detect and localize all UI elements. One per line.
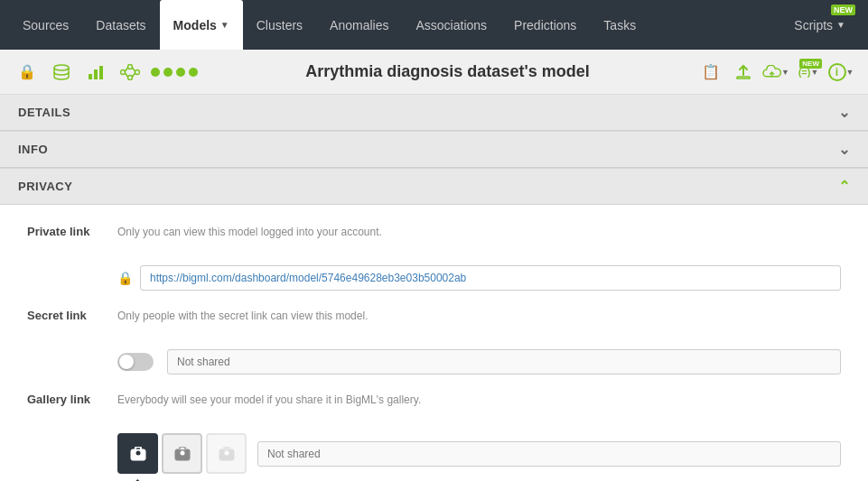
svg-point-19 bbox=[224, 450, 229, 455]
svg-point-0 bbox=[54, 65, 69, 70]
gray-box-button[interactable] bbox=[206, 433, 247, 474]
svg-point-5 bbox=[128, 64, 133, 69]
secret-link-label: Secret link bbox=[27, 307, 117, 322]
details-chevron: ⌄ bbox=[838, 104, 851, 121]
white-box-button[interactable] bbox=[162, 433, 202, 474]
svg-rect-1 bbox=[89, 74, 92, 79]
secret-link-input[interactable] bbox=[167, 349, 841, 375]
private-link-lock-icon: 🔒 bbox=[117, 271, 133, 285]
private-link-url-row: 🔒 bbox=[117, 265, 841, 291]
nav-item-anomalies[interactable]: Anomalies bbox=[316, 0, 402, 50]
nav-item-associations[interactable]: Associations bbox=[402, 0, 500, 50]
secret-link-toggle[interactable] bbox=[117, 353, 154, 371]
nav-item-clusters[interactable]: Clusters bbox=[243, 0, 316, 50]
toolbar-right: 📋 ▼ (=) ▼ NEW i ▼ bbox=[697, 59, 854, 86]
nav-item-tasks[interactable]: Tasks bbox=[590, 0, 649, 50]
svg-point-6 bbox=[128, 75, 133, 79]
status-dot-3 bbox=[176, 68, 185, 77]
gallery-link-input[interactable] bbox=[257, 441, 841, 467]
svg-rect-2 bbox=[94, 69, 98, 79]
toolbar-cloud-icon[interactable]: ▼ bbox=[762, 59, 789, 86]
private-link-row: Private link Only you can view this mode… bbox=[27, 223, 841, 247]
toolbar-flow-icon[interactable] bbox=[117, 59, 144, 86]
section-info-header[interactable]: INFO ⌄ bbox=[0, 131, 868, 168]
toolbar-clipboard-icon[interactable]: 📋 bbox=[697, 59, 724, 86]
nav-item-models[interactable]: Models ▼ bbox=[160, 0, 243, 50]
svg-point-16 bbox=[180, 450, 184, 455]
secret-link-description: Only people with the secret link can vie… bbox=[117, 307, 368, 322]
status-dot-4 bbox=[189, 68, 198, 77]
secret-link-toggle-container bbox=[117, 349, 841, 375]
section-privacy-header[interactable]: PRIVACY ⌃ bbox=[0, 168, 868, 205]
scripts-dropdown-arrow: ▼ bbox=[836, 20, 845, 30]
secret-link-row: Secret link Only people with the secret … bbox=[27, 307, 841, 331]
svg-point-4 bbox=[121, 69, 126, 74]
toolbar-info-icon[interactable]: i ▼ bbox=[827, 59, 854, 86]
toolbar-title: Arrythmia diagnosis dataset's model bbox=[205, 62, 690, 81]
privacy-chevron: ⌃ bbox=[838, 178, 851, 195]
content: DETAILS ⌄ INFO ⌄ PRIVACY ⌃ Private link … bbox=[0, 95, 868, 481]
toolbar-upload-icon[interactable] bbox=[730, 59, 757, 86]
info-chevron: ⌄ bbox=[838, 141, 851, 158]
svg-line-11 bbox=[133, 73, 135, 77]
navbar: Sources Datasets Models ▼ Clusters Anoma… bbox=[0, 0, 868, 50]
svg-point-7 bbox=[135, 69, 140, 74]
toolbar-code-icon[interactable]: (=) ▼ NEW bbox=[795, 59, 822, 86]
private-link-label: Private link bbox=[27, 223, 117, 238]
toolbar-database-icon[interactable] bbox=[48, 59, 75, 86]
svg-rect-3 bbox=[99, 66, 103, 79]
toolbar-lock-icon[interactable]: 🔒 bbox=[14, 59, 41, 86]
status-dot-1 bbox=[151, 68, 160, 77]
models-dropdown-arrow: ▼ bbox=[220, 20, 229, 30]
nav-item-datasets[interactable]: Datasets bbox=[82, 0, 159, 50]
nav-right: NEW Scripts ▼ bbox=[780, 0, 859, 50]
svg-rect-20 bbox=[223, 447, 230, 450]
toolbar: 🔒 Arrythmia diagnosis dat bbox=[0, 50, 868, 95]
private-link-description: Only you can view this model logged into… bbox=[117, 223, 382, 238]
nav-item-sources[interactable]: Sources bbox=[9, 0, 82, 50]
black-box-button[interactable] bbox=[117, 433, 158, 474]
gallery-link-label: Gallery link bbox=[27, 391, 117, 406]
nav-item-predictions[interactable]: Predictions bbox=[500, 0, 590, 50]
section-details-header[interactable]: DETAILS ⌄ bbox=[0, 95, 868, 131]
gallery-icon-group: Black Box bbox=[117, 433, 247, 474]
svg-point-13 bbox=[135, 450, 140, 455]
gallery-link-controls: Black Box bbox=[117, 433, 841, 474]
new-badge-scripts: NEW bbox=[831, 5, 855, 15]
nav-item-scripts[interactable]: NEW Scripts ▼ bbox=[780, 0, 859, 50]
svg-line-8 bbox=[126, 68, 128, 71]
svg-line-10 bbox=[133, 68, 135, 71]
black-box-container: Black Box bbox=[117, 433, 158, 474]
svg-line-9 bbox=[126, 73, 128, 77]
code-new-badge: NEW bbox=[799, 59, 822, 69]
toggle-knob bbox=[119, 355, 134, 369]
private-link-input[interactable] bbox=[140, 265, 841, 291]
privacy-content: Private link Only you can view this mode… bbox=[0, 205, 868, 481]
gallery-link-row: Gallery link Everybody will see your mod… bbox=[27, 391, 841, 415]
status-dot-2 bbox=[163, 68, 173, 77]
gallery-link-description: Everybody will see your model if you sha… bbox=[117, 391, 421, 406]
toolbar-chart-icon[interactable] bbox=[82, 59, 109, 86]
toolbar-status-dots bbox=[151, 68, 198, 77]
